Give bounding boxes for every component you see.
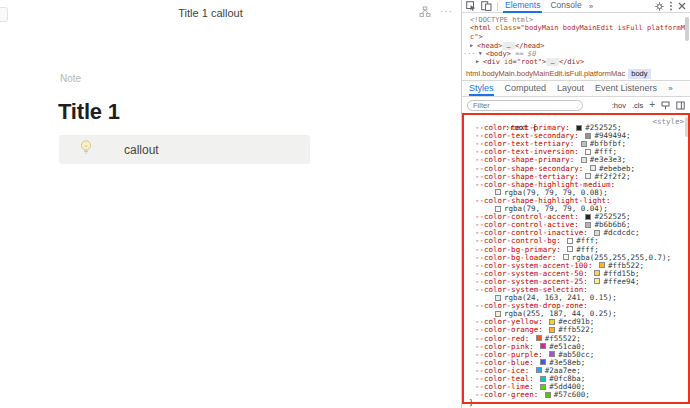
styles-pane: :root { <style> --color-text-primary: #2… [462, 113, 690, 408]
color-swatch[interactable] [549, 319, 555, 325]
styles-filter-bar: :hov .cls + [462, 97, 690, 113]
app-window: Title 1 callout ··· Note Title 1 [0, 0, 690, 408]
color-swatch[interactable] [594, 278, 600, 284]
dom-tree-node[interactable]: ▶ <div id="root"> … </div> [462, 57, 690, 65]
sidebar-more-tabs-chevron-icon[interactable]: » [668, 81, 672, 96]
dom-tree-node[interactable]: <html class="bodyMain bodyMainEdit isFul… [462, 24, 690, 32]
sidebar-tab-styles[interactable]: Styles [469, 81, 494, 96]
color-swatch[interactable] [594, 270, 600, 276]
toolbar-divider [497, 2, 498, 11]
note-titlebar: Title 1 callout ··· [0, 0, 461, 26]
color-swatch[interactable] [585, 214, 591, 220]
breadcrumb-selected-node[interactable]: body [628, 69, 650, 79]
color-swatch[interactable] [567, 246, 573, 252]
sidebar-toggle-icon[interactable] [676, 101, 685, 110]
note-editor-pane: Title 1 callout ··· Note Title 1 [0, 0, 461, 408]
tree-scrollbar[interactable] [685, 17, 689, 41]
lightbulb-icon [80, 140, 92, 159]
hierarchy-icon[interactable] [419, 6, 431, 18]
styles-filter-input[interactable] [467, 100, 583, 111]
kebab-menu-icon[interactable] [669, 1, 673, 11]
css-property-value[interactable]: #57c600; [554, 390, 590, 399]
styles-scrollbar[interactable] [685, 117, 688, 137]
css-property-value[interactable]: #dcdcdc; [603, 228, 639, 237]
color-swatch[interactable] [540, 384, 546, 390]
sidebar-tab-layout[interactable]: Layout [557, 81, 584, 96]
dom-tree-node[interactable]: ··· ▼ <body> == $0 [462, 49, 690, 57]
color-swatch[interactable] [495, 189, 501, 195]
devtools-toolbar: ElementsConsole » [462, 0, 690, 13]
callout-text[interactable]: callout [124, 143, 159, 157]
devtools-panel: ElementsConsole » <!DOCTY [461, 0, 690, 408]
color-swatch[interactable] [599, 262, 605, 268]
color-swatch[interactable] [581, 157, 587, 163]
color-swatch[interactable] [590, 165, 596, 171]
color-swatch[interactable] [585, 222, 591, 228]
dom-tree: <!DOCTYPE html><html class="bodyMain bod… [462, 13, 690, 67]
tab-elements[interactable]: Elements [503, 0, 542, 13]
note-heading[interactable]: Title 1 [58, 99, 120, 125]
css-declarations: --color-text-primary: #252525;--color-te… [469, 124, 690, 399]
element-class-toggle[interactable]: .cls [632, 101, 643, 110]
color-swatch[interactable] [536, 335, 542, 341]
note-badge: Note [60, 73, 81, 84]
color-swatch[interactable] [585, 133, 591, 139]
paint-roller-icon[interactable] [661, 101, 670, 110]
color-swatch[interactable] [540, 343, 546, 349]
styles-sidebar-tabs: StylesComputedLayoutEvent Listeners » [462, 81, 690, 97]
settings-gear-icon[interactable] [655, 2, 664, 11]
dom-tree-node[interactable]: ▶ <head> … </head> [462, 41, 690, 49]
tab-console[interactable]: Console [548, 0, 583, 13]
color-swatch[interactable] [594, 230, 600, 236]
callout-block[interactable]: callout [59, 135, 310, 164]
more-options-icon[interactable]: ··· [440, 7, 453, 17]
color-swatch[interactable] [495, 206, 501, 212]
color-swatch[interactable] [549, 327, 555, 333]
sidebar-tab-event-listeners[interactable]: Event Listeners [595, 81, 657, 96]
color-swatch[interactable] [581, 141, 587, 147]
devtools-tabs: ElementsConsole [503, 0, 584, 13]
color-swatch[interactable] [536, 367, 542, 373]
color-swatch[interactable] [540, 359, 546, 365]
css-property-name[interactable]: --color-green: [475, 390, 538, 399]
breadcrumb-path[interactable]: html.bodyMain.bodyMainEdit.isFull.platfo… [466, 69, 625, 78]
color-swatch[interactable] [549, 351, 555, 357]
breadcrumb: html.bodyMain.bodyMainEdit.isFull.platfo… [462, 67, 690, 81]
device-toolbar-icon[interactable] [481, 1, 492, 11]
color-swatch[interactable] [563, 254, 569, 260]
color-swatch[interactable] [495, 295, 501, 301]
color-swatch[interactable] [576, 125, 582, 131]
color-swatch[interactable] [585, 173, 591, 179]
inspect-element-icon[interactable] [466, 1, 476, 11]
color-swatch[interactable] [545, 392, 551, 398]
color-swatch[interactable] [540, 376, 546, 382]
new-style-rule-button[interactable]: + [649, 100, 655, 110]
css-rule-close: } [469, 399, 690, 407]
color-swatch[interactable] [567, 238, 573, 244]
more-tabs-chevron-icon[interactable]: » [589, 2, 593, 11]
close-icon[interactable] [678, 2, 686, 10]
dom-tree-node[interactable]: c"> [462, 33, 690, 41]
dom-tree-node[interactable]: <!DOCTYPE html> [462, 16, 690, 24]
color-swatch[interactable] [495, 311, 501, 317]
style-origin-link[interactable]: <style> [652, 117, 684, 126]
pseudo-state-toggle[interactable]: :hov [612, 101, 626, 110]
sidebar-tab-computed[interactable]: Computed [505, 81, 547, 96]
window-title: Title 1 callout [0, 7, 421, 19]
color-swatch[interactable] [585, 149, 591, 155]
css-declaration[interactable]: --color-green: #57c600; [469, 391, 690, 399]
css-property-value[interactable]: #ffee94; [603, 277, 639, 286]
